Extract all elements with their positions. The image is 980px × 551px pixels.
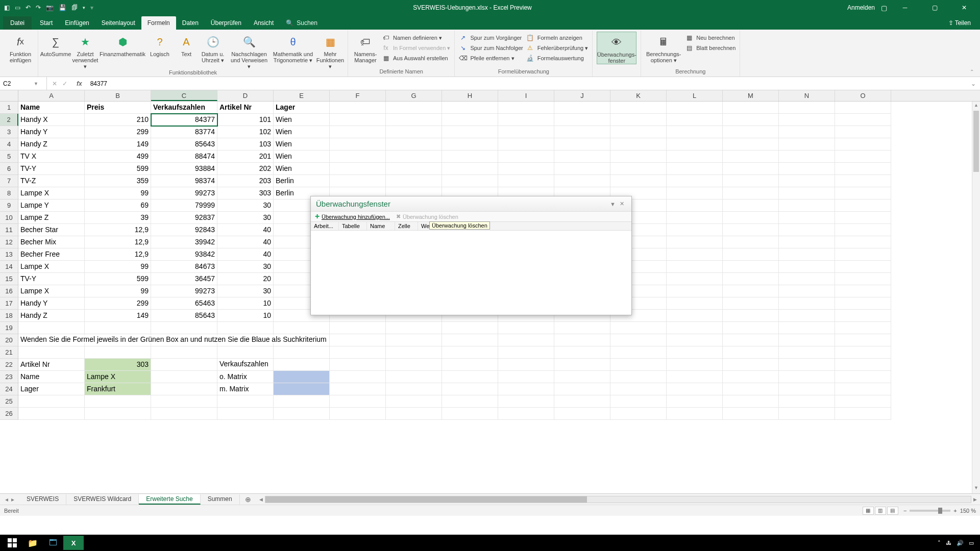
cell-N10[interactable] xyxy=(779,212,835,224)
spreadsheet-grid[interactable]: A B C D E F G H I J K L M N O 1234567891… xyxy=(0,90,980,493)
view-pagebreak-button[interactable]: ▤ xyxy=(887,507,898,515)
cell-A21[interactable] xyxy=(18,346,85,359)
cell-L21[interactable] xyxy=(667,346,723,359)
row-header-9[interactable]: 9 xyxy=(0,199,18,212)
row-header-2[interactable]: 2 xyxy=(0,114,18,126)
row-header-1[interactable]: 1 xyxy=(0,102,18,114)
insert-function-button[interactable]: fx Funktion einfügen xyxy=(7,32,34,63)
cell-C24[interactable] xyxy=(151,383,217,395)
cell-O24[interactable] xyxy=(835,383,891,395)
cell-O20[interactable] xyxy=(835,334,891,346)
error-check-button[interactable]: ⚠Fehlerüberprüfung ▾ xyxy=(526,44,589,52)
text-button[interactable]: AText xyxy=(176,32,197,57)
cell-M16[interactable] xyxy=(723,285,779,297)
cell-K5[interactable] xyxy=(610,151,667,163)
row-header-22[interactable]: 22 xyxy=(0,359,18,371)
cell-I22[interactable] xyxy=(498,359,554,371)
cell-A22[interactable]: Artikel Nr xyxy=(18,359,85,371)
cell-C6[interactable]: 93884 xyxy=(151,163,217,175)
cell-A18[interactable]: Handy Z xyxy=(18,310,85,322)
qat-save-icon[interactable]: ▭ xyxy=(15,4,20,11)
tab-file[interactable]: Datei xyxy=(3,16,32,30)
cell-C17[interactable]: 65463 xyxy=(151,297,217,310)
cell-O7[interactable] xyxy=(835,175,891,187)
name-box-dropdown-icon[interactable]: ▼ xyxy=(34,81,38,86)
sheet-tab-erweiterte[interactable]: Erweiterte Suche xyxy=(139,494,200,505)
cell-O16[interactable] xyxy=(835,285,891,297)
view-normal-button[interactable]: ▦ xyxy=(863,507,874,515)
cell-L12[interactable] xyxy=(667,236,723,248)
tray-sound-icon[interactable]: 🔊 xyxy=(957,540,964,546)
cell-O23[interactable] xyxy=(835,371,891,383)
row-header-15[interactable]: 15 xyxy=(0,273,18,285)
col-header-J[interactable]: J xyxy=(554,90,610,101)
cell-K26[interactable] xyxy=(610,408,667,420)
math-button[interactable]: θMathematik und Trigonometrie ▾ xyxy=(272,32,314,63)
cell-N21[interactable] xyxy=(779,346,835,359)
cell-O17[interactable] xyxy=(835,297,891,310)
cell-C23[interactable] xyxy=(151,371,217,383)
cell-F2[interactable] xyxy=(330,114,386,126)
row-header-11[interactable]: 11 xyxy=(0,224,18,236)
cell-N14[interactable] xyxy=(779,261,835,273)
cell-B18[interactable]: 149 xyxy=(85,310,151,322)
cell-C1[interactable]: Verkaufszahlen xyxy=(151,102,217,114)
cell-M3[interactable] xyxy=(723,126,779,138)
col-header-D[interactable]: D xyxy=(217,90,274,101)
cell-G2[interactable] xyxy=(386,114,442,126)
cell-N15[interactable] xyxy=(779,273,835,285)
cell-F23[interactable] xyxy=(330,371,386,383)
share-button[interactable]: ⇪ Teilen xyxy=(942,16,977,30)
cell-M18[interactable] xyxy=(723,310,779,322)
cell-A15[interactable]: TV-Y xyxy=(18,273,85,285)
cell-G1[interactable] xyxy=(386,102,442,114)
cell-M13[interactable] xyxy=(723,248,779,261)
watch-col-arbeit[interactable]: Arbeit... xyxy=(311,222,339,230)
cell-M15[interactable] xyxy=(723,273,779,285)
cell-O8[interactable] xyxy=(835,187,891,199)
cell-B15[interactable]: 599 xyxy=(85,273,151,285)
cell-A17[interactable]: Handy Y xyxy=(18,297,85,310)
row-header-17[interactable]: 17 xyxy=(0,297,18,310)
hscroll-left-icon[interactable]: ◀ xyxy=(259,497,263,502)
cell-O15[interactable] xyxy=(835,273,891,285)
cell-J7[interactable] xyxy=(554,175,610,187)
cell-M11[interactable] xyxy=(723,224,779,236)
cell-D18[interactable]: 10 xyxy=(217,310,274,322)
tab-daten[interactable]: Daten xyxy=(176,16,205,30)
cell-E5[interactable]: Wien xyxy=(274,151,330,163)
cell-I1[interactable] xyxy=(498,102,554,114)
cell-M4[interactable] xyxy=(723,138,779,151)
cell-B7[interactable]: 359 xyxy=(85,175,151,187)
cell-J2[interactable] xyxy=(554,114,610,126)
cell-I19[interactable] xyxy=(498,322,554,334)
cell-E26[interactable] xyxy=(274,408,330,420)
cell-I4[interactable] xyxy=(498,138,554,151)
row-header-21[interactable]: 21 xyxy=(0,346,18,359)
zoom-out-button[interactable]: − xyxy=(903,508,906,514)
zoom-level[interactable]: 150 % xyxy=(960,508,976,514)
cell-H22[interactable] xyxy=(442,359,498,371)
cell-E23[interactable] xyxy=(274,371,330,383)
row-header-23[interactable]: 23 xyxy=(0,371,18,383)
cell-M20[interactable] xyxy=(723,334,779,346)
cell-L7[interactable] xyxy=(667,175,723,187)
cell-H5[interactable] xyxy=(442,151,498,163)
row-header-8[interactable]: 8 xyxy=(0,187,18,199)
cell-L24[interactable] xyxy=(667,383,723,395)
zoom-slider[interactable] xyxy=(910,510,950,512)
cell-C18[interactable]: 85643 xyxy=(151,310,217,322)
cell-A24[interactable]: Lager xyxy=(18,383,85,395)
cell-M2[interactable] xyxy=(723,114,779,126)
cell-O19[interactable] xyxy=(835,322,891,334)
cell-K21[interactable] xyxy=(610,346,667,359)
cell-N24[interactable] xyxy=(779,383,835,395)
cell-N18[interactable] xyxy=(779,310,835,322)
cell-H6[interactable] xyxy=(442,163,498,175)
qat-redo-icon[interactable]: ↷ xyxy=(36,4,41,11)
row-header-10[interactable]: 10 xyxy=(0,212,18,224)
cell-G22[interactable] xyxy=(386,359,442,371)
cell-M6[interactable] xyxy=(723,163,779,175)
cell-D19[interactable] xyxy=(217,322,274,334)
watch-window-close-icon[interactable]: ✕ xyxy=(618,201,626,207)
